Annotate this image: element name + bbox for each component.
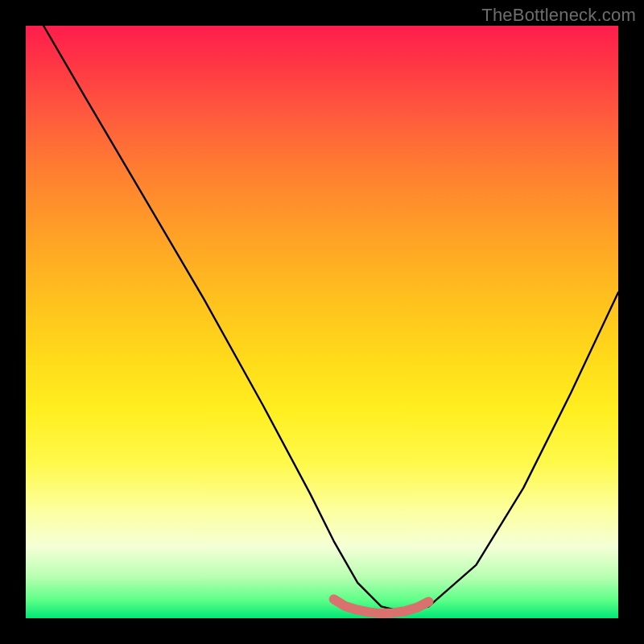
plot-area [26,26,618,618]
watermark-text: TheBottleneck.com [481,5,636,26]
chart-overlay [26,26,618,618]
chart-frame: TheBottleneck.com [0,0,644,644]
curve-path [43,26,618,613]
